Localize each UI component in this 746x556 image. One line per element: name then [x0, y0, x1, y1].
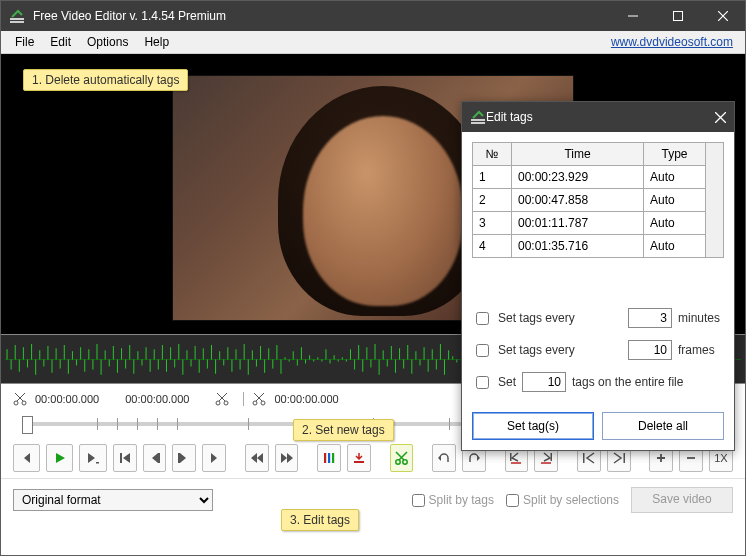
- svg-point-6: [253, 401, 257, 405]
- menu-help[interactable]: Help: [136, 33, 177, 51]
- every-minutes-checkbox[interactable]: [476, 312, 489, 325]
- titlebar: Free Video Editor v. 1.4.54 Premium: [1, 1, 745, 31]
- go-start-button[interactable]: [113, 444, 137, 472]
- pause-markers-button[interactable]: [317, 444, 341, 472]
- svg-rect-10: [158, 453, 160, 463]
- forward-button[interactable]: [275, 444, 299, 472]
- set-n-tags-unit: tags on the entire file: [572, 375, 683, 389]
- svg-point-2: [14, 401, 18, 405]
- svg-rect-19: [551, 453, 553, 461]
- tag-marker-button[interactable]: [347, 444, 371, 472]
- edit-tags-titlebar: Edit tags: [462, 102, 734, 132]
- minimize-button[interactable]: [610, 1, 655, 31]
- svg-rect-21: [623, 453, 625, 463]
- scrub-handle[interactable]: [22, 416, 33, 434]
- scissors-current-icon: [252, 392, 266, 406]
- scissors-in-icon: [13, 392, 27, 406]
- svg-rect-12: [324, 453, 326, 463]
- svg-rect-0: [673, 12, 682, 21]
- step-fwd-button[interactable]: [202, 444, 226, 472]
- set-n-tags-input[interactable]: [522, 372, 566, 392]
- svg-point-3: [22, 401, 26, 405]
- svg-point-4: [216, 401, 220, 405]
- svg-rect-18: [510, 453, 512, 461]
- split-by-tags-label: Split by tags: [429, 493, 494, 507]
- table-row[interactable]: 100:00:23.929Auto: [473, 166, 706, 189]
- col-type[interactable]: Type: [644, 143, 706, 166]
- tags-table: № Time Type 100:00:23.929Auto 200:00:47.…: [472, 142, 724, 258]
- callout-3: 3. Edit tags: [281, 509, 359, 531]
- every-frames-label: Set tags every: [498, 343, 575, 357]
- table-scrollbar[interactable]: [706, 142, 724, 258]
- step-back-button[interactable]: [13, 444, 40, 472]
- svg-rect-20: [583, 453, 585, 463]
- svg-rect-9: [120, 453, 122, 463]
- format-select[interactable]: Original format: [13, 489, 213, 511]
- table-row[interactable]: 400:01:35.716Auto: [473, 235, 706, 258]
- split-by-selections-label: Split by selections: [523, 493, 619, 507]
- prev-frame-button[interactable]: [143, 444, 167, 472]
- callout-1: 1. Delete automatically tags: [23, 69, 188, 91]
- every-minutes-label: Set tags every: [498, 311, 575, 325]
- vendor-link[interactable]: www.dvdvideosoft.com: [611, 35, 739, 49]
- edit-tags-close-button[interactable]: [715, 112, 726, 123]
- svg-rect-15: [354, 461, 364, 463]
- svg-rect-14: [332, 453, 334, 463]
- every-minutes-input[interactable]: [628, 308, 672, 328]
- edit-tags-dialog: Edit tags № Time Type 100:00:23.929Auto …: [461, 101, 735, 451]
- app-window: Free Video Editor v. 1.4.54 Premium File…: [0, 0, 746, 556]
- pos-timecode: 00:00:00.000: [125, 393, 189, 405]
- app-logo-icon: [9, 9, 25, 23]
- table-row[interactable]: 200:00:47.858Auto: [473, 189, 706, 212]
- close-button[interactable]: [700, 1, 745, 31]
- play-to-end-button[interactable]: [79, 444, 106, 472]
- rewind-button[interactable]: [245, 444, 269, 472]
- bottom-bar: Original format Split by tags Split by s…: [1, 478, 745, 521]
- option-every-frames: Set tags every frames: [472, 340, 724, 360]
- svg-rect-8: [96, 462, 99, 464]
- play-button[interactable]: [46, 444, 73, 472]
- every-frames-checkbox[interactable]: [476, 344, 489, 357]
- menu-edit[interactable]: Edit: [42, 33, 79, 51]
- undo-button[interactable]: [432, 444, 456, 472]
- in-timecode: 00:00:00.000: [35, 393, 99, 405]
- col-number[interactable]: №: [473, 143, 512, 166]
- split-by-tags-checkbox[interactable]: Split by tags: [412, 493, 494, 507]
- menu-file[interactable]: File: [7, 33, 42, 51]
- option-every-minutes: Set tags every minutes: [472, 308, 724, 328]
- delete-all-button[interactable]: Delete all: [602, 412, 724, 440]
- scissors-out-icon: [215, 392, 229, 406]
- save-video-button[interactable]: Save video: [631, 487, 733, 513]
- svg-rect-11: [178, 453, 180, 463]
- set-n-tags-label: Set: [498, 375, 516, 389]
- set-tags-button[interactable]: Set tag(s): [472, 412, 594, 440]
- every-frames-input[interactable]: [628, 340, 672, 360]
- maximize-button[interactable]: [655, 1, 700, 31]
- every-minutes-unit: minutes: [678, 311, 724, 325]
- window-title: Free Video Editor v. 1.4.54 Premium: [33, 9, 610, 23]
- next-frame-button[interactable]: [172, 444, 196, 472]
- svg-point-7: [261, 401, 265, 405]
- set-n-tags-checkbox[interactable]: [476, 376, 489, 389]
- svg-rect-13: [328, 453, 330, 463]
- option-set-n-tags: Set tags on the entire file: [472, 372, 724, 392]
- menubar: File Edit Options Help www.dvdvideosoft.…: [1, 31, 745, 54]
- table-row[interactable]: 300:01:11.787Auto: [473, 212, 706, 235]
- menu-options[interactable]: Options: [79, 33, 136, 51]
- callout-2: 2. Set new tags: [293, 419, 394, 441]
- cut-selection-button[interactable]: [390, 444, 414, 472]
- svg-point-5: [224, 401, 228, 405]
- edit-tags-logo-icon: [470, 110, 486, 124]
- col-time[interactable]: Time: [512, 143, 644, 166]
- every-frames-unit: frames: [678, 343, 724, 357]
- edit-tags-title: Edit tags: [486, 110, 715, 124]
- out-timecode: 00:00:00.000: [274, 393, 338, 405]
- split-by-selections-checkbox[interactable]: Split by selections: [506, 493, 619, 507]
